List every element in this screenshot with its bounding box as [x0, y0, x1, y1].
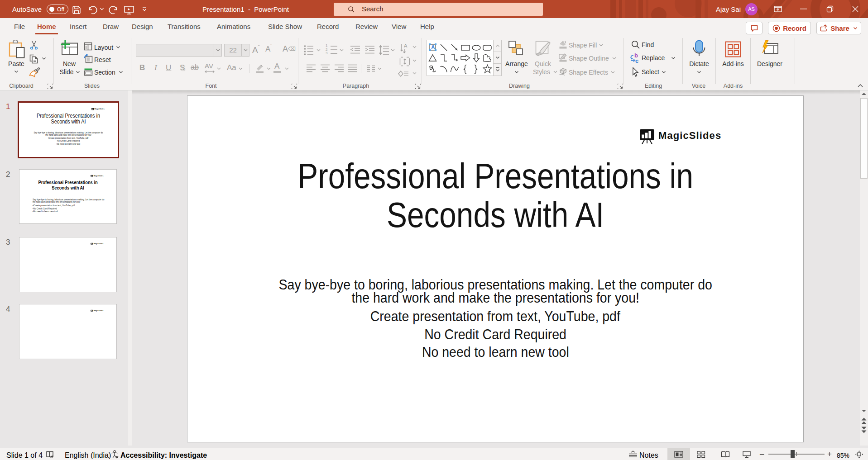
svg-text:c: c [635, 57, 638, 64]
svg-text:A: A [404, 43, 408, 48]
svg-text:A: A [431, 44, 435, 51]
